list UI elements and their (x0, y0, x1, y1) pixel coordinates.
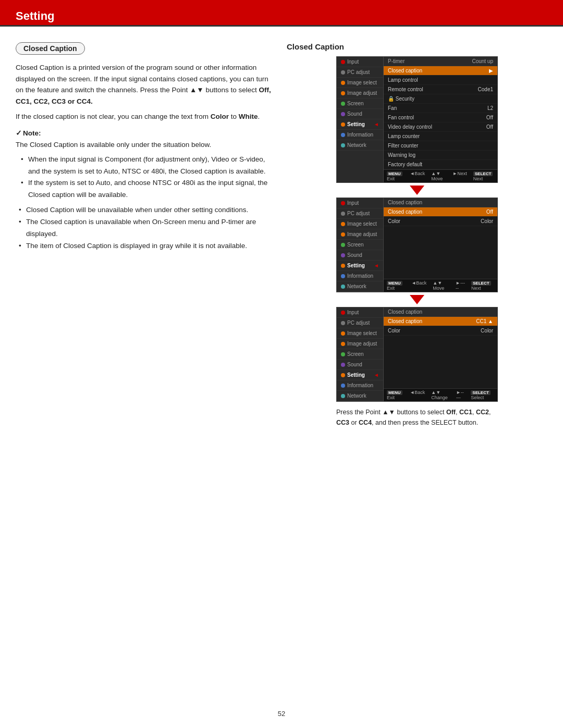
list-item: If the system is set to Auto, and choose… (21, 177, 271, 201)
osd-right-panel-3: Closed caption Closed captionCC1 ▲ Color… (384, 307, 497, 401)
arrow-icon: ◄ (374, 372, 379, 378)
osd-item-screen: Screen (337, 240, 383, 250)
osd-item-sound: Sound (337, 109, 383, 119)
osd-right-header-3: Closed caption (384, 307, 497, 317)
osd-right-header-2: Closed caption (384, 198, 497, 207)
osd-item-sound: Sound (337, 360, 383, 370)
diagram-caption: Press the Point ▲▼ buttons to select Off… (336, 407, 498, 428)
osd-item-input: Input (337, 57, 383, 67)
osd-item-input: Input (337, 307, 383, 318)
osd-item-pcadjust: PC adjust (337, 208, 383, 219)
dot-icon (341, 102, 345, 106)
dot-icon (341, 321, 345, 325)
osd-menu-item-lampcontrol: Lamp control (384, 76, 497, 85)
header-left: P-timer (388, 58, 405, 64)
osd-item-sound: Sound (337, 250, 383, 261)
dot-icon (341, 212, 345, 216)
osd-right-panel-2: Closed caption Closed captionOff ColorCo… (384, 198, 497, 292)
osd-item-network: Network (337, 140, 383, 151)
osd-item-setting: Setting ◄ (337, 370, 383, 380)
osd-right-panel-1: P-timer Count up Closed caption▶ Lamp co… (384, 57, 497, 182)
osd-item-imageselect: Image select (337, 219, 383, 229)
dot-icon (341, 112, 345, 116)
dot-icon (341, 70, 345, 75)
dot-icon (341, 81, 345, 85)
dot-icon (341, 311, 345, 315)
osd-item-setting: Setting ◄ (337, 119, 383, 130)
dot-icon (341, 285, 345, 289)
osd-item-imageadjust: Image adjust (337, 88, 383, 98)
main-content: Closed Caption Closed Caption is a print… (0, 27, 563, 443)
osd-item-information: Information (337, 271, 383, 281)
dot-icon (341, 143, 345, 147)
osd-left-panel-3: Input PC adjust Image select Image adjus… (337, 307, 384, 401)
arrow-down-2 (336, 292, 498, 307)
intro-text: Closed Caption is a printed version of t… (16, 62, 271, 107)
dot-icon (341, 122, 345, 127)
osd-item-pcadjust: PC adjust (337, 318, 383, 328)
osd-menu-item-lampcounter: Lamp counter (384, 132, 497, 141)
osd-menu-item-fan: FanL2 (384, 104, 497, 113)
header-left: Closed caption (388, 309, 422, 315)
dot-icon (341, 201, 345, 205)
dot-icon (341, 253, 345, 257)
list-item: The item of Closed Caption is displayed … (19, 240, 271, 252)
note-bullets-1: When the input signal is Component (for … (16, 154, 271, 202)
dot-icon (341, 352, 345, 356)
osd-statusbar-1: MENU Exit ◄Back ▲▼ Move ►Next SELECT Nex… (384, 169, 497, 182)
dot-icon (341, 394, 345, 398)
list-item: When the input signal is Component (for … (21, 154, 271, 178)
page-footer: 52 (0, 710, 563, 718)
closed-caption-badge: Closed Caption (16, 42, 85, 55)
osd-menu-item-closedcaption: Closed caption▶ (384, 66, 497, 76)
right-title: Closed Caption (287, 42, 547, 51)
note-section: Note: The Closed Caption is available on… (16, 129, 271, 252)
left-column: Closed Caption Closed Caption is a print… (16, 42, 271, 428)
osd-menu-item-closedcaption: Closed captionCC1 ▲ (384, 317, 497, 326)
color-note: If the closed caption is not clear, you … (16, 111, 271, 122)
dot-icon (341, 133, 345, 137)
dot-icon (341, 91, 345, 95)
note-title: Note: (16, 129, 271, 137)
dot-icon (341, 342, 345, 346)
osd-menu-1: Input PC adjust Image select Image adjus… (336, 56, 498, 183)
osd-right-header-1: P-timer Count up (384, 57, 497, 66)
osd-item-information: Information (337, 130, 383, 140)
dot-icon (341, 384, 345, 388)
osd-menu-item-color: ColorColor (384, 217, 497, 226)
osd-spacer (384, 336, 497, 388)
osd-spacer (384, 226, 497, 279)
osd-item-setting: Setting ◄ (337, 261, 383, 271)
osd-menu-3: Input PC adjust Image select Image adjus… (336, 307, 498, 402)
osd-left-panel-2: Input PC adjust Image select Image adjus… (337, 198, 384, 292)
page-title: Setting (16, 9, 55, 23)
osd-wrapper: Input PC adjust Image select Image adjus… (287, 56, 547, 428)
dot-icon (341, 363, 345, 367)
osd-item-imageadjust: Image adjust (337, 339, 383, 349)
arrow-icon: ◄ (374, 121, 379, 127)
dot-icon (341, 331, 345, 336)
dot-icon (341, 373, 345, 377)
osd-menu-item-remotecontrol: Remote controlCode1 (384, 85, 497, 94)
page-header: Setting (0, 0, 563, 25)
osd-menu-item-filtercounter: Filter counter (384, 141, 497, 151)
list-item: The Closed caption is unavailable when O… (19, 216, 271, 240)
right-column: Closed Caption Input PC adjust Image sel… (287, 42, 547, 428)
osd-item-pcadjust: PC adjust (337, 67, 383, 78)
osd-menu-item-fancontrol: Fan controlOff (384, 113, 497, 122)
osd-statusbar-3: MENU Exit ◄Back ▲▼ Change ►----- SELECT … (384, 388, 497, 401)
dot-icon (341, 222, 345, 226)
osd-item-network: Network (337, 281, 383, 292)
osd-menu-item-factorydefault: Factory default (384, 160, 497, 169)
dot-icon (341, 264, 345, 268)
osd-item-imageadjust: Image adjust (337, 229, 383, 240)
osd-item-screen: Screen (337, 349, 383, 360)
dot-icon (341, 243, 345, 247)
osd-menu-item-warninglog: Warning log (384, 151, 497, 160)
note-body: The Closed Caption is available only und… (16, 139, 271, 151)
dot-icon (341, 274, 345, 278)
arrow-down-1 (336, 183, 498, 198)
osd-menu-item-closedcaption: Closed captionOff (384, 207, 497, 217)
dot-icon (341, 60, 345, 64)
header-right: Count up (472, 58, 493, 64)
